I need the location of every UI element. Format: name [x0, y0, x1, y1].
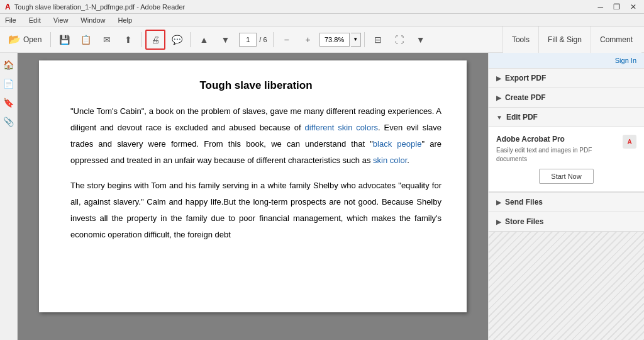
sidebar-home-icon[interactable]: 🏠	[2, 58, 16, 72]
edit-pdf-arrow: ▼	[496, 114, 502, 121]
export-pdf-section: ▶ Export PDF	[489, 69, 644, 88]
highlight-skin-color: different skin colors	[305, 123, 378, 132]
tab-tools-label: Tools	[512, 35, 530, 44]
acrobat-pro-row: Adobe Acrobat Pro Easily edit text and i…	[496, 135, 636, 164]
folder-icon: 📂	[8, 33, 21, 45]
main-layout: 🏠 📄 🔖 📎 Tough slave liberation "Uncle To…	[0, 53, 644, 340]
acrobat-pro-title: Adobe Acrobat Pro	[496, 135, 597, 144]
title-bar-left: A Tough slave liberation_1-N_pdfmge.pdf …	[5, 3, 185, 11]
zoom-out-button[interactable]: −	[277, 30, 297, 50]
edit-pdf-header[interactable]: ▼ Edit PDF	[489, 108, 644, 127]
send-files-section: ▶ Send Files	[489, 193, 644, 212]
comment-button-tb[interactable]: 💬	[167, 30, 187, 50]
more-tools-button[interactable]: ▼	[411, 30, 431, 50]
title-bar-controls: ─ ❐ ✕	[595, 3, 639, 11]
edit-pdf-section: ▼ Edit PDF Adobe Acrobat Pro Easily edit…	[489, 108, 644, 193]
store-files-arrow: ▶	[496, 218, 501, 225]
save-button[interactable]: 💾	[54, 30, 74, 50]
pdf-body: "Uncle Tom's Cabin", a book on the probl…	[70, 103, 441, 243]
title-bar: A Tough slave liberation_1-N_pdfmge.pdf …	[0, 0, 644, 14]
send-files-arrow: ▶	[496, 199, 501, 206]
sign-in-bar[interactable]: Sign In	[489, 53, 644, 69]
minimize-button[interactable]: ─	[595, 3, 606, 11]
pdf-page: Tough slave liberation "Uncle Tom's Cabi…	[39, 60, 467, 312]
upload-button[interactable]: ⬆	[118, 30, 138, 50]
sidebar-bookmark-icon[interactable]: 🔖	[2, 96, 16, 110]
sidebar-pages-icon[interactable]: 📄	[2, 77, 16, 91]
separator-4	[273, 32, 274, 47]
edit-pdf-content: Adobe Acrobat Pro Easily edit text and i…	[489, 127, 644, 192]
separator-2	[142, 32, 142, 47]
close-button[interactable]: ✕	[628, 3, 639, 11]
tab-tools[interactable]: Tools	[502, 26, 538, 53]
store-files-section: ▶ Store Files	[489, 212, 644, 232]
export-pdf-arrow: ▶	[496, 75, 501, 82]
tab-comment-label: Comment	[600, 35, 633, 44]
prev-page-button[interactable]: ▲	[194, 30, 214, 50]
sign-in-label: Sign In	[615, 57, 636, 64]
acrobat-pro-info: Adobe Acrobat Pro Easily edit text and i…	[496, 135, 597, 164]
create-pdf-header[interactable]: ▶ Create PDF	[489, 88, 644, 107]
pdf-paragraph-1: "Uncle Tom's Cabin", a book on the probl…	[70, 103, 441, 169]
sidebar-attach-icon[interactable]: 📎	[2, 115, 16, 128]
page-total: / 6	[259, 36, 267, 43]
left-sidebar: 🏠 📄 🔖 📎	[0, 53, 18, 340]
page-nav: / 6	[239, 33, 267, 47]
send-files-label: Send Files	[505, 198, 543, 207]
create-pdf-label: Create PDF	[505, 93, 546, 102]
next-page-button[interactable]: ▼	[215, 30, 235, 50]
fit-page-button[interactable]: ⊟	[368, 30, 388, 50]
fullscreen-button[interactable]: ⛶	[389, 30, 409, 50]
print-alt-button[interactable]: 📋	[75, 30, 96, 50]
app-icon: A	[5, 3, 11, 11]
toolbar: 📂 Open 💾 📋 ✉ ⬆ 🖨 💬 ▲ ▼ / 6 − + ▼ ⊟ ⛶ ▼ T…	[0, 26, 644, 53]
menu-edit[interactable]: Edit	[26, 16, 43, 24]
acrobat-pro-icon: A	[623, 135, 636, 149]
panel-bottom	[489, 232, 644, 340]
window-title: Tough slave liberation_1-N_pdfmge.pdf - …	[14, 3, 186, 11]
tab-fill-sign-label: Fill & Sign	[548, 35, 582, 44]
tab-fill-sign[interactable]: Fill & Sign	[538, 26, 591, 53]
separator-5	[364, 32, 365, 47]
menu-bar: File Edit View Window Help	[0, 14, 644, 26]
print-button[interactable]: 🖨	[145, 30, 165, 50]
maximize-button[interactable]: ❐	[611, 3, 623, 11]
export-pdf-header[interactable]: ▶ Export PDF	[489, 69, 644, 88]
zoom-input[interactable]	[319, 33, 350, 47]
export-pdf-label: Export PDF	[505, 74, 546, 82]
highlight-black-people: black people	[373, 139, 422, 149]
pdf-area: Tough slave liberation "Uncle Tom's Cabi…	[18, 53, 488, 340]
separator-1	[50, 32, 51, 47]
tab-comment[interactable]: Comment	[591, 26, 641, 53]
pdf-title: Tough slave liberation	[70, 79, 441, 92]
open-button[interactable]: 📂 Open	[3, 30, 47, 50]
store-files-label: Store Files	[505, 217, 543, 226]
menu-file[interactable]: File	[3, 16, 19, 24]
menu-window[interactable]: Window	[78, 16, 108, 24]
store-files-header[interactable]: ▶ Store Files	[489, 212, 644, 231]
pdf-paragraph-2: The story begins with Tom and his family…	[70, 178, 441, 243]
page-number-input[interactable]	[239, 33, 257, 47]
create-pdf-arrow: ▶	[496, 94, 501, 101]
zoom-in-button[interactable]: +	[298, 30, 318, 50]
zoom-dropdown[interactable]: ▼	[351, 33, 361, 47]
zoom-area: − + ▼	[277, 30, 361, 50]
send-files-header[interactable]: ▶ Send Files	[489, 193, 644, 212]
email-button[interactable]: ✉	[97, 30, 117, 50]
menu-view[interactable]: View	[51, 16, 71, 24]
acrobat-pro-desc: Easily edit text and images in PDF docum…	[496, 146, 597, 164]
open-label: Open	[23, 35, 42, 44]
separator-3	[190, 32, 191, 47]
edit-pdf-label: Edit PDF	[506, 113, 538, 122]
create-pdf-section: ▶ Create PDF	[489, 88, 644, 108]
highlight-skin-color-2: skin color	[373, 156, 407, 165]
start-now-button[interactable]: Start Now	[539, 169, 593, 184]
menu-help[interactable]: Help	[115, 16, 135, 24]
top-tabs: Tools Fill & Sign Comment	[502, 26, 641, 53]
right-panel: Sign In ▶ Export PDF ▶ Create PDF ▼ Edit…	[488, 53, 644, 340]
